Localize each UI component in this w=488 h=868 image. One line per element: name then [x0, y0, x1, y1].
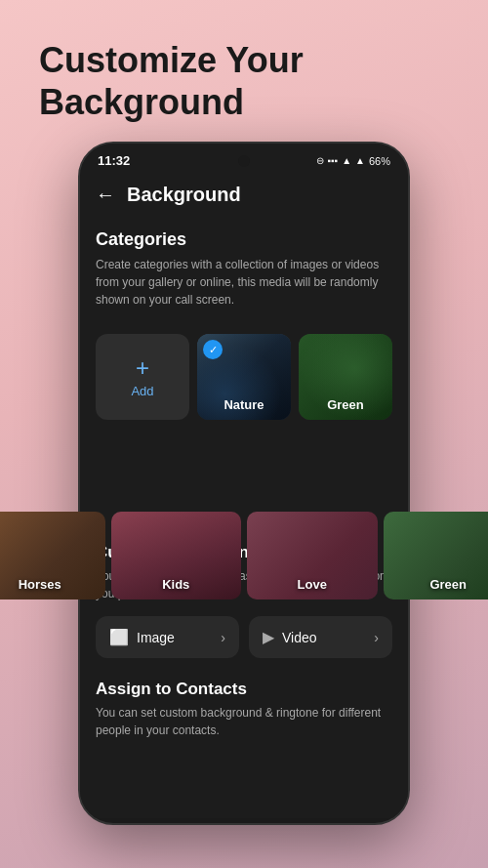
nature-label: Nature [197, 397, 291, 412]
strip-item-horses[interactable]: Horses [0, 512, 105, 599]
categories-title: Categories [96, 229, 392, 250]
image-label: Image [137, 630, 175, 645]
status-icons: ⊖ ▪▪▪ ▲ ▲ 66% [316, 155, 390, 167]
assign-section: Assign to Contacts You can set custom ba… [80, 666, 408, 747]
wifi-icon: ▲ [342, 155, 351, 166]
image-icon: ⬜ [109, 628, 129, 646]
image-arrow-icon: › [221, 630, 225, 645]
love-label: Love [247, 577, 378, 592]
category-nature[interactable]: ✓ Nature [197, 334, 291, 420]
phone-notch [238, 155, 250, 167]
strip-item-love[interactable]: Love [247, 512, 378, 599]
phone-mockup: 11:32 ⊖ ▪▪▪ ▲ ▲ 66% ← Background Categor… [78, 142, 410, 825]
green2-label: Green [384, 577, 489, 592]
image-btn-left: ⬜ Image [109, 628, 175, 646]
scroll-strip-placeholder [80, 432, 408, 519]
video-button[interactable]: ▶ Video › [249, 616, 392, 658]
block-icon: ⊖ [316, 155, 324, 166]
screen-title: Background [127, 184, 241, 206]
video-icon: ▶ [263, 628, 274, 646]
add-plus-icon: + [136, 356, 149, 380]
kids-label: Kids [111, 577, 242, 592]
custom-buttons: ⬜ Image › ▶ Video › [96, 616, 392, 658]
back-button[interactable]: ← [96, 184, 115, 206]
video-arrow-icon: › [374, 630, 379, 645]
category-add-button[interactable]: + Add [96, 334, 189, 420]
selected-check-icon: ✓ [203, 340, 223, 359]
green-label: Green [299, 397, 392, 412]
categories-grid: + Add ✓ Nature Green [80, 334, 408, 432]
battery-level: 66% [369, 155, 390, 167]
page-title: Customize Your Background [39, 39, 449, 123]
scroll-strip: Horses Kids Love Green [0, 512, 488, 604]
categories-description: Create categories with a collection of i… [96, 256, 392, 309]
nav-bar: ← Background [80, 174, 408, 218]
horses-label: Horses [0, 577, 105, 592]
phone-screen: ← Background Categories Create categorie… [80, 174, 408, 818]
add-label: Add [131, 384, 153, 398]
strip-item-green[interactable]: Green [384, 512, 489, 599]
signal-icon: ▪▪▪ [328, 155, 339, 166]
image-button[interactable]: ⬜ Image › [96, 616, 239, 658]
video-label: Video [282, 630, 317, 645]
assign-title: Assign to Contacts [96, 680, 392, 699]
status-time: 11:32 [98, 153, 130, 168]
network-icon: ▲ [355, 155, 365, 166]
video-btn-left: ▶ Video [263, 628, 317, 646]
page-header: Customize Your Background [0, 0, 488, 143]
strip-item-kids[interactable]: Kids [111, 512, 242, 599]
categories-section: Categories Create categories with a coll… [80, 218, 408, 334]
category-green[interactable]: Green [299, 334, 392, 420]
assign-description: You can set custom background & ringtone… [96, 704, 392, 739]
